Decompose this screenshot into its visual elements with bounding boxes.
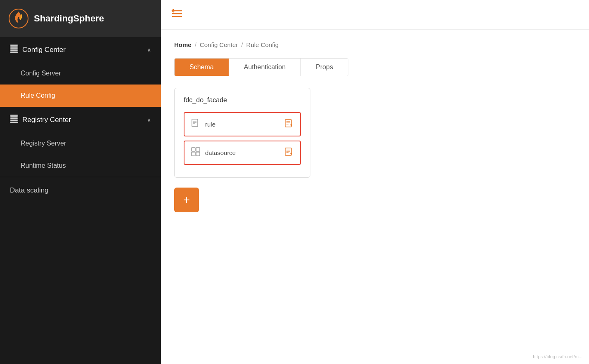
svg-rect-9 [10,120,18,121]
svg-rect-2 [10,47,18,49]
datasource-label: datasource [205,149,236,156]
sidebar-header: ShardingSphere [0,0,161,37]
rule-label: rule [205,121,215,128]
schema-card: fdc_do_facade rule [174,88,310,178]
tabs-container: Schema Authentication Props [174,58,348,76]
tab-props[interactable]: Props [301,59,348,76]
breadcrumb-sep-2: / [241,41,243,48]
svg-rect-7 [10,115,18,117]
sidebar-item-runtime-status[interactable]: Runtime Status [0,155,161,177]
svg-rect-23 [192,148,195,151]
schema-item-rule[interactable]: rule [184,112,301,136]
breadcrumb-home[interactable]: Home [174,41,192,48]
watermark: https://blog.csdn.net/m... [533,354,582,359]
svg-rect-18 [285,120,291,127]
svg-rect-14 [192,119,198,127]
registry-center-label: Registry Center [22,116,71,124]
tab-authentication[interactable]: Authentication [229,59,301,76]
config-center-label: Config Center [22,46,66,54]
tab-schema[interactable]: Schema [175,59,229,76]
svg-rect-24 [196,148,200,151]
logo-icon [8,8,29,29]
content-area: Home / Config Center / Rule Config Schem… [161,30,589,364]
config-center-chevron: ∧ [147,47,151,53]
app-name: ShardingSphere [34,13,104,24]
main-content: Home / Config Center / Rule Config Schem… [161,0,589,364]
add-schema-button[interactable]: + [174,188,199,212]
breadcrumb: Home / Config Center / Rule Config [174,41,576,48]
svg-rect-3 [10,49,18,51]
schema-item-datasource[interactable]: datasource [184,141,301,165]
breadcrumb-config-center[interactable]: Config Center [200,41,238,48]
registry-center-header[interactable]: Registry Center ∧ [0,107,161,132]
topbar [161,0,589,30]
rule-edit-icon[interactable] [284,119,293,130]
registry-center-chevron: ∧ [147,117,151,123]
registry-center-section: Registry Center ∧ Registry Server Runtim… [0,107,161,177]
menu-toggle-icon[interactable] [171,9,182,21]
registry-center-icon [10,115,18,125]
svg-rect-26 [196,152,200,156]
breadcrumb-sep-1: / [195,41,196,48]
sidebar-item-rule-config[interactable]: Rule Config [0,85,161,107]
schema-item-rule-left: rule [191,119,215,130]
svg-rect-1 [10,45,18,47]
rule-doc-icon [191,119,200,130]
sidebar-item-registry-server[interactable]: Registry Server [0,132,161,155]
datasource-grid-icon [191,147,200,158]
svg-rect-10 [10,122,18,123]
config-center-icon [10,45,18,55]
sidebar-item-data-scaling[interactable]: Data scaling [0,177,161,204]
datasource-edit-icon[interactable] [284,147,293,158]
sidebar: ShardingSphere Config Center ∧ Confi [0,0,161,364]
schema-item-datasource-left: datasource [191,147,236,158]
config-center-section: Config Center ∧ Config Server Rule Confi… [0,37,161,107]
svg-rect-25 [192,152,195,156]
schema-card-title: fdc_do_facade [184,96,301,106]
svg-rect-27 [285,148,291,155]
config-center-header[interactable]: Config Center ∧ [0,37,161,62]
breadcrumb-rule-config[interactable]: Rule Config [246,41,279,48]
svg-rect-8 [10,117,18,119]
sidebar-item-config-server[interactable]: Config Server [0,62,161,85]
